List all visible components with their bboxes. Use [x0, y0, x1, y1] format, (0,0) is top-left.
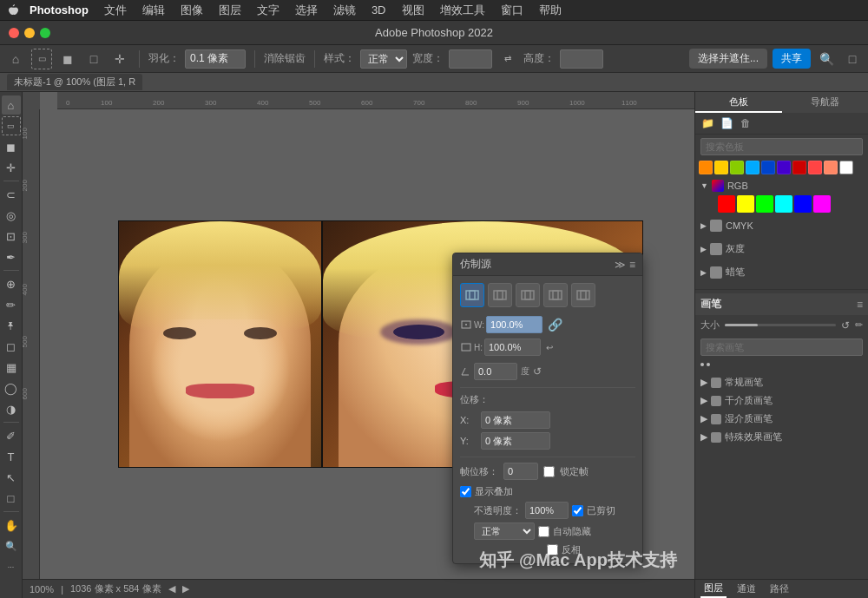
tab-color-swatches[interactable]: 色板 [695, 92, 782, 113]
clone-source-2[interactable] [488, 283, 512, 307]
rgb-swatch-red[interactable] [718, 195, 735, 213]
share-btn[interactable]: 共享 [773, 49, 811, 69]
angle-input[interactable] [474, 363, 517, 380]
h-input[interactable] [484, 338, 541, 356]
swatch-2[interactable] [730, 161, 744, 174]
tool-zoom[interactable]: 🔍 [2, 536, 21, 555]
dialog-menu-btn[interactable]: ≡ [629, 259, 635, 271]
swatch-9[interactable] [839, 161, 853, 174]
close-button[interactable] [9, 28, 19, 38]
menu-file[interactable]: 文件 [97, 1, 134, 20]
menu-help[interactable]: 帮助 [532, 1, 569, 20]
tool-brush[interactable]: ✏ [2, 295, 21, 314]
clipped-checkbox[interactable] [572, 505, 583, 516]
style-select[interactable]: 正常 [360, 49, 407, 69]
brush-reset-btn[interactable]: ↺ [841, 319, 850, 332]
auto-hide-checkbox[interactable] [538, 526, 549, 537]
tool-type[interactable]: T [2, 447, 21, 466]
tab-navigator[interactable]: 导航器 [782, 92, 869, 113]
show-overlay-checkbox[interactable] [460, 486, 471, 497]
brush-size-slider[interactable] [725, 324, 836, 326]
width-input[interactable] [449, 49, 492, 69]
cmyk-group-header[interactable]: ▶ CMYK [700, 220, 863, 232]
tool-path-select[interactable]: ↖ [2, 468, 21, 487]
y-input[interactable] [481, 432, 550, 450]
new-group-btn[interactable]: 📁 [699, 115, 716, 132]
feather-input[interactable] [185, 49, 246, 69]
tool-move[interactable]: ✛ [2, 158, 21, 177]
tool-more[interactable]: ··· [2, 557, 21, 576]
menu-view[interactable]: 视图 [395, 1, 431, 20]
menu-plugins[interactable]: 增效工具 [433, 1, 492, 20]
tool-eyedropper[interactable]: ✒ [2, 247, 21, 266]
tool-pen[interactable]: ✐ [2, 426, 21, 445]
gray-group-header[interactable]: ▶ 灰度 [700, 242, 863, 255]
rgb-swatch-cyan[interactable] [775, 195, 792, 213]
angle-reset-btn[interactable]: ↺ [533, 365, 542, 378]
brush-edit-btn[interactable]: ✏ [855, 319, 863, 331]
dialog-expand-btn[interactable]: ≫ [615, 259, 626, 271]
erase-btn[interactable]: 消除锯齿 [264, 51, 306, 66]
tool-marquee[interactable]: ▭ [2, 116, 21, 135]
tool-eraser[interactable]: ◻ [2, 337, 21, 356]
select-subject-btn[interactable]: 选择并遮住... [689, 49, 767, 69]
menu-image[interactable]: 图像 [174, 1, 210, 20]
invert-checkbox[interactable] [547, 544, 558, 555]
brush-group-dry[interactable]: ▶ 干介质画笔 [699, 391, 865, 410]
canvas-area[interactable]: 0 100 200 300 400 500 600 700 800 900 10… [23, 92, 694, 598]
w-input[interactable] [486, 316, 542, 333]
tab-layers[interactable]: 图层 [700, 580, 727, 598]
clone-source-1[interactable] [460, 283, 484, 307]
swatch-8[interactable] [824, 161, 838, 174]
tool-healing[interactable]: ⊕ [2, 274, 21, 293]
status-nav-right[interactable]: ▶ [182, 583, 189, 595]
menu-3d[interactable]: 3D [365, 2, 393, 18]
tool-gradient[interactable]: ▦ [2, 358, 21, 377]
opacity-input[interactable] [525, 502, 569, 519]
tool-home[interactable]: ⌂ [2, 95, 21, 115]
lock-frame-checkbox[interactable] [543, 466, 555, 477]
swap-icon[interactable]: ⇄ [497, 49, 518, 69]
tool-crop[interactable]: ⊡ [2, 227, 21, 246]
maximize-button[interactable] [40, 28, 50, 38]
crayon-group-header[interactable]: ▶ 蜡笔 [700, 266, 863, 279]
rgb-swatch-green[interactable] [756, 195, 773, 213]
swatch-6[interactable] [792, 161, 806, 174]
brush-group-special[interactable]: ▶ 特殊效果画笔 [699, 428, 865, 446]
tool-blur[interactable]: ◯ [2, 378, 21, 398]
swatch-4[interactable] [761, 161, 775, 174]
delete-swatch-btn[interactable]: 🗑 [737, 115, 754, 132]
tool-clone-stamp[interactable]: 🖈 [2, 316, 21, 335]
tool-shape[interactable]: □ [2, 489, 21, 508]
frame-offset-input[interactable] [503, 463, 538, 480]
new-swatch-btn[interactable]: 📄 [718, 115, 735, 132]
menu-select[interactable]: 选择 [288, 1, 325, 20]
flip-h-btn[interactable]: ↩ [546, 343, 553, 352]
x-input[interactable] [481, 411, 550, 429]
swatch-7[interactable] [808, 161, 822, 174]
menu-layer[interactable]: 图层 [212, 1, 248, 20]
brush-list[interactable]: ▶ 常规画笔 ▶ 干介质画笔 ▶ 湿介质画笔 ▶ 特殊效果画笔 [695, 370, 868, 579]
brush-search-input[interactable] [700, 338, 863, 356]
tool-lasso[interactable]: ⊂ [2, 185, 21, 204]
rgb-swatch-magenta[interactable] [813, 195, 831, 213]
search-btn[interactable]: 🔍 [816, 49, 837, 69]
tool-fg-bg[interactable]: ◼ [2, 137, 21, 156]
tab-paths[interactable]: 路径 [766, 581, 792, 597]
tool-dodge[interactable]: ◑ [2, 399, 21, 418]
clone-source-3[interactable] [516, 283, 540, 307]
swatch-5[interactable] [777, 161, 791, 174]
brush-group-regular[interactable]: ▶ 常规画笔 [699, 373, 865, 391]
rgb-swatch-yellow[interactable] [737, 195, 754, 213]
menu-edit[interactable]: 编辑 [135, 1, 172, 20]
minimize-button[interactable] [24, 28, 35, 38]
brush-group-wet[interactable]: ▶ 湿介质画笔 [699, 410, 865, 428]
brush-panel-menu-btn[interactable]: ≡ [857, 299, 863, 311]
rgb-group-header[interactable]: ▼ RGB [700, 180, 863, 192]
height-input[interactable] [560, 49, 603, 69]
swatch-3[interactable] [746, 161, 760, 174]
doc-tab-item[interactable]: 未标题-1 @ 100% (图层 1, R [7, 74, 142, 90]
status-nav-left[interactable]: ◀ [168, 583, 175, 595]
clone-source-4[interactable] [543, 283, 568, 307]
swatch-0[interactable] [699, 161, 713, 174]
